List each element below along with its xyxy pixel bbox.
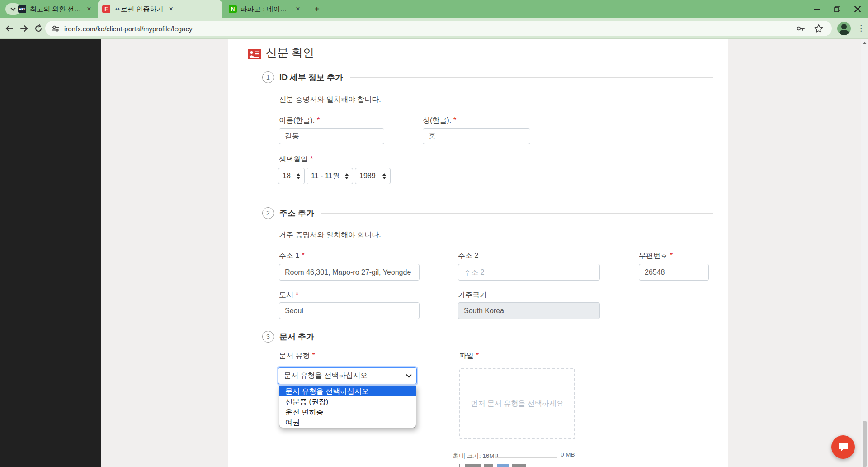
dropdown-option-id-card[interactable]: 신분증 (권장)	[279, 396, 416, 407]
required-mark: *	[453, 116, 456, 124]
step1-description: 신분 증명서와 일치해야 합니다.	[279, 95, 381, 105]
selected-value: 11 - 11월	[311, 172, 342, 181]
first-name-input[interactable]	[279, 128, 384, 144]
chat-bubble-icon	[837, 442, 849, 453]
scrollbar-up-icon[interactable]	[863, 42, 867, 44]
step2-header: 2 주소 추가	[262, 207, 713, 219]
dropdown-option-drivers-license[interactable]: 운전 면허증	[279, 407, 416, 417]
tab-title: 프로필 인증하기	[114, 5, 163, 14]
restore-icon	[834, 6, 840, 12]
step3-number-badge: 3	[262, 331, 274, 343]
city-label: 도시*	[279, 291, 298, 300]
label-text: 성(한글):	[423, 116, 451, 124]
livechat-button[interactable]	[831, 435, 855, 459]
required-mark: *	[317, 116, 320, 124]
password-key-icon[interactable]	[796, 24, 806, 33]
country-label: 거주국가	[458, 291, 487, 300]
birthdate-label: 생년월일*	[279, 155, 313, 164]
document-type-select[interactable]: 문서 유형을 선택하십시오	[278, 367, 417, 384]
address1-label: 주소 1*	[279, 251, 305, 261]
reload-icon	[34, 24, 43, 33]
reload-button[interactable]	[33, 24, 43, 33]
page-content: 신분 확인 1 ID 세부 정보 추가 신분 증명서와 일치해야 합니다. 이름…	[0, 39, 868, 467]
bookmark-star-icon[interactable]	[814, 24, 824, 33]
label-text: 이름(한글):	[279, 116, 315, 124]
country-input	[458, 302, 600, 319]
step1-number-badge: 1	[262, 71, 274, 83]
label-text: 주소 2	[458, 252, 478, 259]
label-text: 파일	[459, 352, 474, 359]
selected-value: 18	[283, 172, 294, 180]
tab-favicon: N	[229, 5, 237, 13]
last-name-input[interactable]	[423, 128, 530, 144]
step1-header: 1 ID 세부 정보 추가	[262, 71, 713, 83]
birth-month-select[interactable]: 11 - 11월	[307, 168, 353, 184]
forward-button[interactable]	[19, 24, 29, 33]
divider	[321, 337, 713, 337]
profile-avatar[interactable]	[837, 22, 851, 35]
close-icon[interactable]: ×	[167, 5, 175, 13]
last-name-label: 성(한글):*	[423, 116, 456, 125]
required-mark: *	[476, 352, 479, 359]
close-icon[interactable]: ×	[85, 5, 93, 13]
label-text: 문서 유형	[279, 352, 310, 359]
vertical-scrollbar[interactable]	[861, 39, 868, 467]
forward-icon	[19, 24, 28, 33]
birth-year-select[interactable]: 1989	[355, 168, 391, 184]
required-mark: *	[670, 252, 673, 259]
browser-window: HFX 최고의 외환 선물거래 브로커 × F 프로필 인증하기 × N 파파고…	[0, 0, 868, 467]
tab-favicon: F	[102, 5, 110, 13]
new-tab-button[interactable]: +	[311, 4, 323, 15]
site-settings-icon	[52, 24, 60, 33]
step1-title: ID 세부 정보 추가	[279, 72, 343, 83]
avatar-person-body	[839, 30, 849, 35]
divider	[350, 77, 713, 78]
city-input[interactable]	[279, 302, 420, 319]
label-text: 생년월일	[279, 155, 308, 163]
minimize-button[interactable]	[813, 5, 821, 13]
tab-separator	[308, 5, 308, 13]
document-type-label: 문서 유형*	[279, 351, 315, 361]
scrollbar-thumb[interactable]	[863, 421, 867, 467]
label-text: 거주국가	[458, 291, 487, 299]
file-label: 파일*	[459, 351, 479, 361]
tab-papago[interactable]: N 파파고 : 네이버 통합검색 ×	[224, 0, 307, 18]
address2-input[interactable]	[458, 264, 600, 281]
id-card-icon	[247, 48, 262, 60]
label-text: 우편번호	[639, 252, 668, 259]
back-button[interactable]	[5, 24, 14, 33]
dropzone-hint: 먼저 문서 유형을 선택하세요	[471, 399, 563, 409]
postal-code-input[interactable]	[639, 264, 709, 281]
upload-progress-value: 0 MB	[561, 451, 575, 458]
required-mark: *	[302, 252, 304, 259]
upload-progress-bar	[495, 457, 557, 458]
max-size-text: 최대 크기: 16MB	[453, 452, 499, 460]
birth-day-select[interactable]: 18	[278, 168, 305, 184]
avatar-person-icon	[841, 24, 847, 29]
minimize-icon	[814, 6, 820, 12]
selected-value: 1989	[359, 172, 380, 180]
chevron-down-icon	[406, 372, 412, 378]
back-icon	[5, 24, 14, 33]
divider	[321, 213, 713, 214]
required-mark: *	[296, 291, 298, 299]
tab-profile-verification[interactable]: F 프로필 인증하기 ×	[98, 0, 222, 18]
file-dropzone[interactable]: 먼저 문서 유형을 선택하세요	[459, 368, 575, 439]
url-text[interactable]: ironfx.com/ko/client-portal/myprofile/le…	[64, 25, 796, 33]
restore-button[interactable]	[833, 5, 841, 13]
address2-label: 주소 2	[458, 251, 478, 261]
select-spinner-icon	[345, 173, 349, 179]
dropdown-option-placeholder[interactable]: 문서 유형을 선택하십시오	[279, 386, 416, 396]
tab-favicon: HFX	[18, 5, 26, 13]
label-text: 도시	[279, 291, 293, 299]
tab-forex-broker[interactable]: HFX 최고의 외환 선물거래 브로커 ×	[14, 0, 98, 18]
selected-value: 문서 유형을 선택하십시오	[284, 371, 407, 381]
close-window-button[interactable]	[854, 5, 862, 13]
step3-title: 문서 추가	[279, 331, 314, 342]
dropdown-option-passport[interactable]: 여권	[279, 417, 416, 428]
close-icon[interactable]: ×	[294, 5, 302, 13]
address-bar[interactable]: ironfx.com/ko/client-portal/myprofile/le…	[45, 21, 832, 36]
address1-input[interactable]	[279, 264, 420, 281]
browser-menu-icon[interactable]: ⋮	[857, 24, 865, 33]
select-spinner-icon	[382, 173, 386, 179]
